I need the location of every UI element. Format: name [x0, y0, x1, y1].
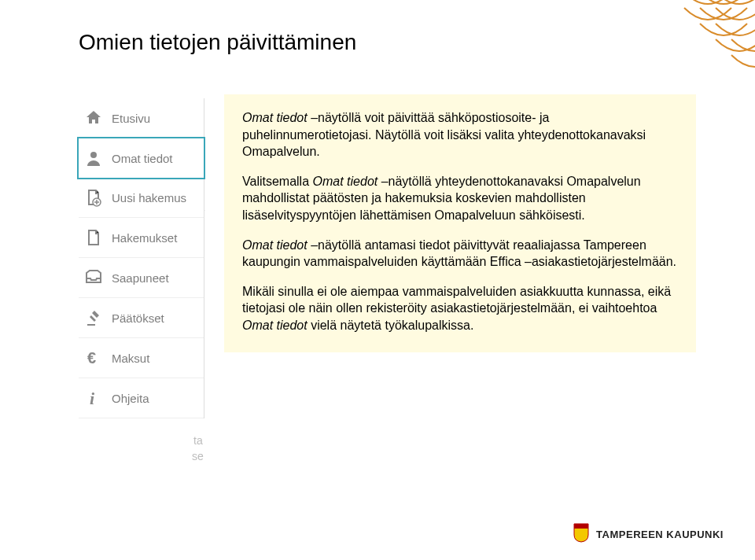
sidebar-item-maksut[interactable]: € Maksut — [79, 338, 204, 378]
shield-icon — [573, 522, 590, 546]
document-plus-icon — [83, 187, 104, 208]
gavel-icon — [83, 308, 104, 328]
corner-decoration — [637, 0, 755, 87]
sidebar-item-omat-tiedot[interactable]: Omat tiedot — [77, 137, 205, 179]
inbox-icon — [83, 267, 104, 288]
callout-paragraph-1: Omat tiedot –näytöllä voit päivittää säh… — [242, 109, 678, 160]
svg-point-0 — [90, 152, 97, 158]
emphasis: Omat tiedot — [242, 238, 311, 252]
sidebar-item-label: Uusi hakemus — [112, 191, 186, 204]
sidebar-item-ohjeita[interactable]: i Ohjeita — [79, 378, 204, 418]
bg-text: se — [192, 450, 204, 462]
svg-text:€: € — [87, 349, 96, 367]
sidebar-item-hakemukset[interactable]: Hakemukset — [79, 218, 204, 258]
callout-paragraph-3: Omat tiedot –näytöllä antamasi tiedot pä… — [242, 237, 678, 271]
person-icon — [83, 148, 104, 168]
sidebar-item-paatokset[interactable]: Päätökset — [79, 298, 204, 338]
info-callout: Omat tiedot –näytöllä voit päivittää säh… — [224, 94, 696, 352]
sidebar-item-label: Hakemukset — [112, 231, 177, 245]
sidebar-item-uusi-hakemus[interactable]: Uusi hakemus — [79, 178, 204, 218]
footer-logo: TAMPEREEN KAUPUNKI — [573, 522, 724, 546]
text: Valitsemalla — [242, 175, 313, 188]
euro-icon: € — [83, 348, 104, 368]
callout-paragraph-2: Valitsemalla Omat tiedot –näytöllä yhtey… — [242, 173, 678, 224]
sidebar-item-saapuneet[interactable]: Saapuneet — [79, 258, 204, 298]
callout-paragraph-4: Mikäli sinulla ei ole aiempaa vammaispal… — [242, 283, 678, 334]
sidebar-item-label: Ohjeita — [112, 392, 149, 405]
page-title: Omien tietojen päivittäminen — [79, 30, 356, 55]
sidebar-item-label: Päätökset — [112, 311, 164, 325]
emphasis: Omat tiedot — [313, 175, 378, 188]
svg-text:i: i — [90, 389, 95, 407]
sidebar-item-label: Maksut — [112, 352, 149, 365]
text: vielä näytetä työkalupalkissa. — [308, 319, 474, 332]
home-icon — [83, 108, 104, 128]
sidebar-item-label: Saapuneet — [112, 271, 169, 285]
text: Mikäli sinulla ei ole aiempaa vammaispal… — [242, 285, 671, 315]
sidebar-item-label: Omat tiedot — [112, 152, 173, 165]
footer-org-name: TAMPEREEN KAUPUNKI — [596, 529, 724, 540]
emphasis: Omat tiedot — [242, 319, 308, 332]
emphasis: Omat tiedot — [242, 111, 308, 124]
sidebar-item-label: Etusivu — [112, 112, 150, 125]
sidebar: Etusivu Omat tiedot Uusi hakemus Hakemuk… — [79, 98, 204, 418]
info-icon: i — [83, 388, 104, 408]
document-icon — [83, 227, 104, 248]
bg-text: ta — [193, 434, 203, 447]
sidebar-item-etusivu[interactable]: Etusivu — [79, 98, 204, 138]
